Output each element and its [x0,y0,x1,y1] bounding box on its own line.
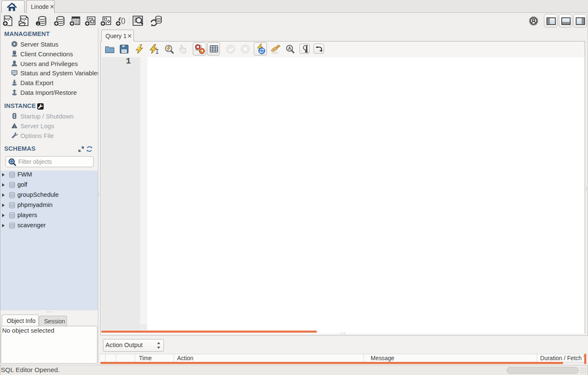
svg-text:A: A [288,46,291,51]
svg-text:(): () [121,17,125,24]
svg-text:SQL: SQL [21,17,28,21]
svg-text:i: i [37,22,39,26]
svg-text:SQL: SQL [5,17,11,21]
